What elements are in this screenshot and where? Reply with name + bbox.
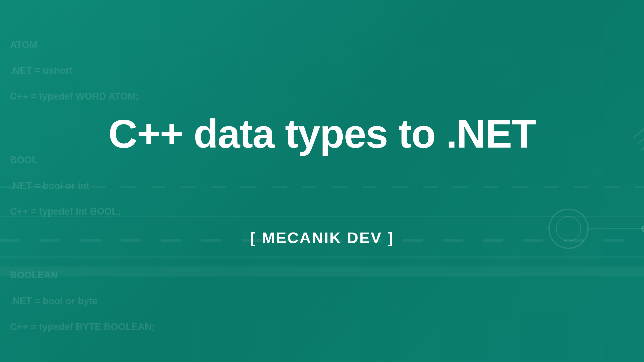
net-mapping: .NET = bool or byte bbox=[10, 295, 634, 307]
main-title: C++ data types to .NET bbox=[0, 111, 644, 157]
type-mapping-block: ATOM .NET = ushort C++ = typedef WORD AT… bbox=[10, 25, 634, 116]
decorative-band bbox=[0, 302, 644, 302]
type-name: ATOM bbox=[10, 38, 634, 51]
background-code-text: ATOM .NET = ushort C++ = typedef WORD AT… bbox=[10, 13, 634, 354]
decorative-band bbox=[0, 287, 644, 287]
cpp-mapping: C++ = typedef WORD ATOM; bbox=[10, 90, 634, 103]
decorative-band bbox=[0, 216, 644, 217]
decorative-band bbox=[0, 266, 644, 277]
subtitle: [ MECANIK DEV ] bbox=[0, 229, 644, 247]
decorative-band bbox=[0, 186, 644, 188]
net-mapping: .NET = ushort bbox=[10, 64, 634, 77]
cpp-mapping: C++ = typedef BYTE BOOLEAN; bbox=[10, 321, 634, 333]
decorative-band bbox=[0, 256, 644, 258]
